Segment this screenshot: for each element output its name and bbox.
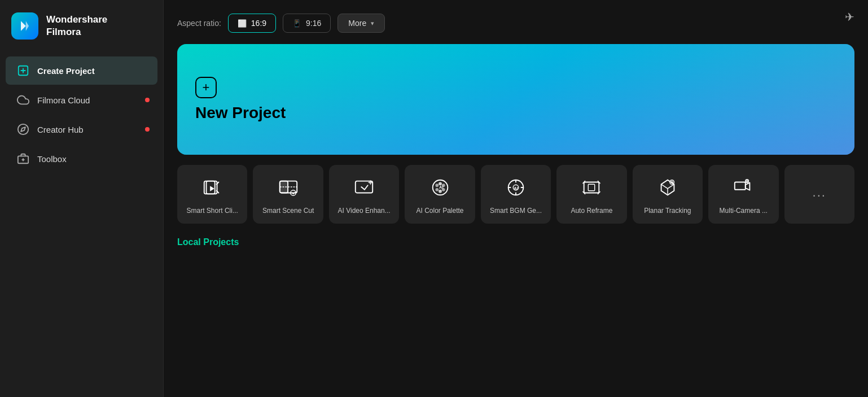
- tool-multi-camera[interactable]: Multi-Camera ...: [708, 165, 778, 224]
- chevron-down-icon: ▾: [371, 20, 374, 27]
- sidebar-label-filmora-cloud: Filmora Cloud: [37, 95, 90, 105]
- tool-auto-reframe[interactable]: Auto Reframe: [556, 165, 626, 224]
- auto-reframe-icon: [579, 175, 604, 200]
- svg-point-15: [435, 184, 439, 187]
- aspect-ratio-label: Aspect ratio:: [177, 19, 221, 28]
- nav-items: Create Project Filmora Cloud Creator Hub: [0, 52, 163, 177]
- more-aspect-button[interactable]: More ▾: [337, 14, 385, 33]
- tool-planar-tracking[interactable]: Planar Tracking: [633, 165, 703, 224]
- tool-planar-tracking-label: Planar Tracking: [644, 207, 691, 216]
- app-name: Wondershare Filmora: [46, 14, 107, 38]
- tool-ai-color-palette-label: AI Color Palette: [417, 207, 464, 216]
- tool-smart-short-clip-label: Smart Short Cli...: [187, 207, 238, 216]
- smart-bgm-icon: AI: [503, 175, 528, 200]
- tool-ai-color-palette[interactable]: AI AI Color Palette: [405, 165, 475, 224]
- send-icon[interactable]: ✈: [845, 10, 854, 24]
- smart-short-clip-icon: [200, 175, 225, 200]
- svg-rect-28: [735, 182, 746, 190]
- tool-smart-scene-cut[interactable]: Smart Scene Cut: [253, 165, 323, 224]
- sidebar-label-toolbox: Toolbox: [37, 154, 67, 164]
- tool-more[interactable]: ···: [784, 165, 854, 224]
- aspect-btn-16-9[interactable]: ⬜ 16:9: [228, 14, 276, 33]
- filmora-cloud-dot: [145, 98, 150, 102]
- svg-text:AI: AI: [439, 185, 444, 190]
- new-project-title: New Project: [195, 104, 836, 122]
- new-project-banner[interactable]: + New Project: [177, 44, 854, 155]
- cloud-icon: [17, 94, 29, 106]
- tools-grid: Smart Short Cli... Smart Scene Cut: [177, 165, 854, 224]
- aspect-btn-9-16[interactable]: 📱 9:16: [283, 14, 331, 33]
- tool-multi-camera-label: Multi-Camera ...: [720, 207, 768, 216]
- svg-rect-26: [589, 184, 595, 190]
- compass-icon: [17, 123, 29, 136]
- app-logo: [11, 12, 38, 40]
- tool-smart-scene-cut-label: Smart Scene Cut: [262, 207, 314, 216]
- tool-ai-video-enhance[interactable]: AI Video Enhan...: [329, 165, 399, 224]
- sidebar-label-creator-hub: Creator Hub: [37, 125, 84, 134]
- sidebar-item-create-project[interactable]: Create Project: [6, 56, 157, 85]
- sidebar-label-create-project: Create Project: [37, 66, 95, 76]
- aspect-btn-16-9-label: 16:9: [251, 19, 266, 28]
- local-projects-title: Local Projects: [177, 237, 854, 247]
- ai-color-palette-icon: AI: [428, 175, 453, 200]
- tool-auto-reframe-label: Auto Reframe: [571, 207, 612, 216]
- phone-icon: 📱: [292, 19, 301, 28]
- toolbox-icon: [17, 152, 29, 165]
- sidebar: Wondershare Filmora Create Project F: [0, 0, 164, 397]
- monitor-icon: ⬜: [238, 19, 247, 28]
- main-content: Aspect ratio: ⬜ 16:9 📱 9:16 More ▾ + New…: [164, 0, 868, 397]
- svg-point-20: [435, 188, 439, 191]
- svg-text:AI: AI: [514, 186, 518, 191]
- smart-scene-cut-icon: [276, 175, 301, 200]
- planar-tracking-icon: [655, 175, 680, 200]
- svg-marker-4: [21, 127, 25, 132]
- plus-square-icon: [17, 64, 29, 77]
- tool-ai-video-enhance-label: AI Video Enhan...: [338, 207, 391, 216]
- creator-hub-dot: [145, 127, 150, 132]
- sidebar-item-toolbox[interactable]: Toolbox: [6, 145, 157, 173]
- sidebar-item-creator-hub[interactable]: Creator Hub: [6, 115, 157, 143]
- svg-point-19: [439, 190, 442, 193]
- multi-camera-icon: [731, 175, 756, 200]
- tool-smart-short-clip[interactable]: Smart Short Cli...: [177, 165, 247, 224]
- svg-rect-25: [584, 182, 599, 193]
- more-label: More: [348, 19, 366, 28]
- logo-area: Wondershare Filmora: [0, 0, 163, 52]
- aspect-btn-9-16-label: 9:16: [306, 19, 321, 28]
- new-project-plus-icon: +: [195, 77, 217, 98]
- sidebar-item-filmora-cloud[interactable]: Filmora Cloud: [6, 86, 157, 114]
- svg-point-3: [18, 124, 28, 134]
- aspect-ratio-bar: Aspect ratio: ⬜ 16:9 📱 9:16 More ▾: [177, 14, 854, 33]
- more-tools-dots: ···: [813, 188, 826, 203]
- ai-video-enhance-icon: [352, 175, 376, 200]
- tool-smart-bgm[interactable]: AI Smart BGM Ge...: [481, 165, 551, 224]
- tool-smart-bgm-label: Smart BGM Ge...: [490, 207, 542, 216]
